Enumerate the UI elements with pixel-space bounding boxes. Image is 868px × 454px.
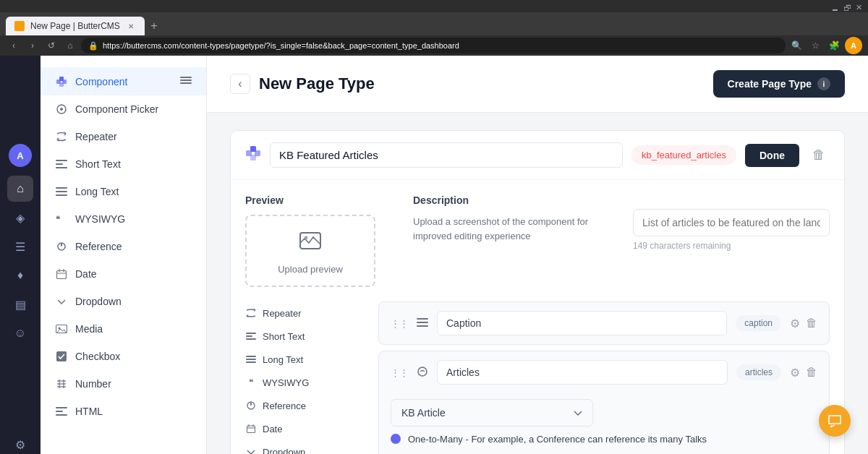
field-picker-wysiwyg[interactable]: ❝ WYSIWYG bbox=[245, 371, 361, 394]
caption-field-icon bbox=[417, 317, 428, 329]
sidebar-icon-home[interactable]: ⌂ bbox=[7, 176, 33, 202]
svg-point-8 bbox=[60, 108, 63, 111]
svg-rect-36 bbox=[250, 155, 256, 160]
bookmark-btn[interactable]: ☆ bbox=[807, 38, 823, 53]
relation-option: One-to-Many - For example, a Conference … bbox=[391, 427, 817, 453]
new-tab-button[interactable]: + bbox=[145, 17, 163, 35]
svg-rect-6 bbox=[180, 82, 192, 84]
caption-gear-icon[interactable]: ⚙ bbox=[790, 317, 800, 330]
sidebar-item-component[interactable]: Component bbox=[41, 67, 206, 95]
window-close[interactable]: ✕ bbox=[856, 3, 862, 12]
sidebar-icon-settings[interactable]: ⚙ bbox=[7, 432, 33, 454]
html-label: HTML bbox=[75, 406, 103, 417]
lock-icon: 🔒 bbox=[88, 41, 98, 51]
articles-delete-icon[interactable]: 🗑 bbox=[806, 366, 817, 379]
svg-rect-44 bbox=[246, 361, 256, 363]
avatar[interactable]: A bbox=[9, 144, 32, 167]
picker-long-text-icon bbox=[245, 354, 257, 365]
fields-layout: Repeater Short Text bbox=[245, 301, 830, 454]
radio-dot[interactable] bbox=[391, 434, 401, 444]
articles-field-icon bbox=[417, 366, 428, 380]
caption-drag-handle[interactable]: ⋮⋮ bbox=[391, 318, 408, 329]
html-icon bbox=[55, 405, 68, 418]
sidebar-item-short-text[interactable]: Short Text bbox=[41, 150, 206, 178]
svg-rect-5 bbox=[180, 80, 192, 81]
fields-list: ⋮⋮ caption ⚙ 🗑 bbox=[378, 301, 830, 454]
picker-dropdown-icon bbox=[245, 446, 257, 454]
reference-icon bbox=[55, 240, 68, 253]
sidebar-item-html[interactable]: HTML bbox=[41, 398, 206, 425]
component-header: kb_featured_articles Done 🗑 bbox=[231, 131, 844, 180]
sidebar-item-wysiwyg[interactable]: ❝ WYSIWYG bbox=[41, 205, 206, 233]
sidebar-icon-types[interactable]: ♦ bbox=[7, 262, 33, 288]
done-button[interactable]: Done bbox=[745, 144, 799, 167]
articles-field-name-input[interactable] bbox=[437, 360, 728, 385]
articles-slug-badge: articles bbox=[736, 364, 781, 380]
svg-rect-46 bbox=[250, 403, 252, 406]
profile-btn[interactable]: A bbox=[845, 37, 862, 54]
description-input[interactable] bbox=[633, 209, 830, 236]
field-picker: Repeater Short Text bbox=[245, 301, 361, 454]
sidebar-item-date[interactable]: Date bbox=[41, 260, 206, 288]
articles-drag-handle[interactable]: ⋮⋮ bbox=[391, 367, 408, 378]
articles-gear-icon[interactable]: ⚙ bbox=[790, 366, 800, 380]
component-slug-badge: kb_featured_articles bbox=[631, 145, 736, 165]
field-picker-repeater[interactable]: Repeater bbox=[245, 301, 361, 325]
picker-short-text-label: Short Text bbox=[263, 331, 305, 342]
sidebar-item-number[interactable]: Number bbox=[41, 370, 206, 398]
sidebar-item-long-text[interactable]: Long Text bbox=[41, 178, 206, 205]
svg-rect-9 bbox=[56, 160, 67, 161]
tab-close-btn[interactable]: ✕ bbox=[126, 21, 136, 31]
svg-rect-4 bbox=[180, 77, 192, 78]
field-picker-date[interactable]: Date bbox=[245, 417, 361, 440]
kb-article-dropdown[interactable]: KB Article bbox=[391, 399, 593, 427]
caption-delete-icon[interactable]: 🗑 bbox=[806, 317, 817, 330]
kb-dropdown-value: KB Article bbox=[401, 407, 446, 419]
sidebar-icon-blog[interactable]: ◈ bbox=[7, 205, 33, 231]
long-text-label: Long Text bbox=[75, 186, 119, 197]
browser-tab[interactable]: New Page | ButterCMS ✕ bbox=[6, 17, 145, 35]
window-restore[interactable]: 🗗 bbox=[843, 4, 851, 12]
sidebar-item-repeater[interactable]: Repeater bbox=[41, 123, 206, 150]
sidebar-icon-media[interactable]: ▤ bbox=[7, 291, 33, 317]
field-picker-reference[interactable]: Reference bbox=[245, 394, 361, 417]
svg-rect-24 bbox=[57, 352, 67, 361]
number-label: Number bbox=[75, 378, 111, 390]
sidebar-icon-users[interactable]: ☺ bbox=[7, 320, 33, 346]
number-icon bbox=[55, 377, 68, 390]
search-btn[interactable]: 🔍 bbox=[788, 38, 804, 53]
extensions-btn[interactable]: 🧩 bbox=[826, 38, 842, 53]
checkbox-label: Checkbox bbox=[75, 351, 120, 362]
caption-field-actions: ⚙ 🗑 bbox=[790, 317, 817, 330]
articles-field-actions: ⚙ 🗑 bbox=[790, 366, 817, 380]
upload-preview-area[interactable]: Upload preview bbox=[245, 215, 375, 287]
window-minimize[interactable]: 🗕 bbox=[831, 4, 839, 12]
svg-rect-42 bbox=[246, 356, 256, 357]
delete-component-icon[interactable]: 🗑 bbox=[808, 143, 830, 167]
sidebar-item-dropdown[interactable]: Dropdown bbox=[41, 288, 206, 315]
field-picker-short-text[interactable]: Short Text bbox=[245, 325, 361, 348]
component-name-input[interactable] bbox=[270, 142, 623, 168]
address-bar[interactable]: 🔒 https://buttercms.com/content-types/pa… bbox=[81, 38, 786, 53]
caption-field-name-input[interactable] bbox=[437, 311, 727, 335]
dropdown-label: Dropdown bbox=[75, 296, 122, 307]
forward-nav-btn[interactable]: › bbox=[25, 38, 41, 53]
create-page-type-button[interactable]: Create Page Type i bbox=[713, 70, 845, 98]
articles-field-body: KB Article One-to-Many - For example, a … bbox=[391, 393, 817, 454]
sidebar-item-media[interactable]: Media bbox=[41, 315, 206, 343]
field-picker-long-text[interactable]: Long Text bbox=[245, 348, 361, 371]
svg-rect-41 bbox=[246, 338, 256, 340]
back-button[interactable]: ‹ bbox=[230, 74, 250, 94]
field-picker-dropdown[interactable]: Dropdown bbox=[245, 440, 361, 454]
field-row-caption: ⋮⋮ caption ⚙ 🗑 bbox=[378, 301, 830, 345]
home-nav-btn[interactable]: ⌂ bbox=[62, 38, 78, 53]
sidebar-item-component-picker[interactable]: Component Picker bbox=[41, 95, 206, 123]
sidebar-icon-pages[interactable]: ☰ bbox=[7, 234, 33, 260]
caption-slug-badge: caption bbox=[736, 315, 781, 331]
component-label: Component bbox=[75, 76, 127, 87]
sidebar-item-checkbox[interactable]: Checkbox bbox=[41, 343, 206, 370]
sidebar-item-reference[interactable]: Reference bbox=[41, 233, 206, 260]
chat-button[interactable] bbox=[819, 405, 851, 437]
refresh-nav-btn[interactable]: ↺ bbox=[43, 38, 59, 53]
back-nav-btn[interactable]: ‹ bbox=[6, 38, 22, 53]
